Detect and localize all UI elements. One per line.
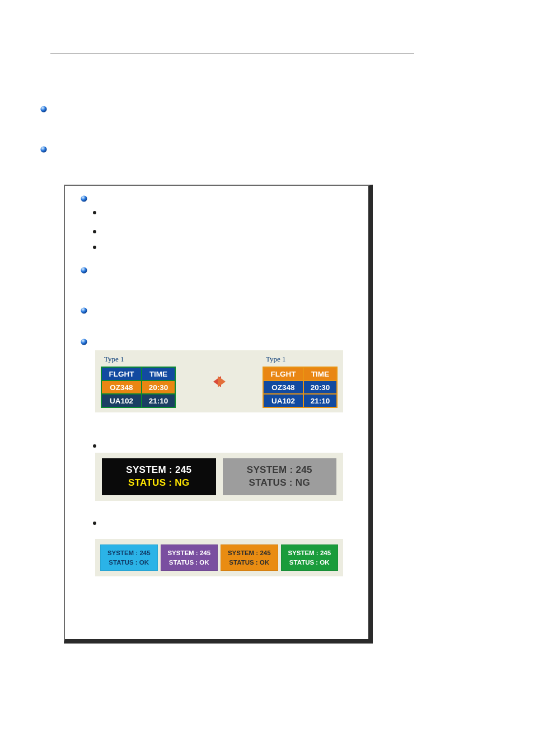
- dot-bullet-icon: [93, 522, 96, 525]
- status-badge-green: SYSTEM : 245 STATUS : OK: [281, 544, 339, 571]
- svg-point-2: [81, 195, 87, 201]
- status-line: STATUS : OK: [229, 558, 269, 567]
- system-line: SYSTEM : 245: [247, 464, 312, 477]
- flight-table-right: Type 1 FLGHT TIME OZ348 20:30 UA102 21:1…: [263, 355, 338, 408]
- sub-bullet-fig2: [93, 440, 353, 449]
- status-badge-cyan: SYSTEM : 245 STATUS : OK: [100, 544, 158, 571]
- cell-flight-1: UA102: [102, 395, 141, 407]
- system-line: SYSTEM : 245: [228, 548, 271, 558]
- cell-flight-1: UA102: [264, 395, 303, 407]
- figure-status-badges: SYSTEM : 245 STATUS : OK SYSTEM : 245 ST…: [95, 539, 343, 576]
- svg-point-4: [81, 307, 87, 313]
- cell-flight-0: OZ348: [102, 381, 141, 393]
- cell-flight-0: OZ348: [264, 381, 303, 393]
- status-line: STATUS : NG: [249, 477, 310, 490]
- divider-top: [50, 53, 414, 54]
- cell-header-flight: FLGHT: [264, 368, 303, 380]
- cell-time-0: 20:30: [304, 381, 336, 393]
- status-line: STATUS : NG: [128, 477, 189, 490]
- svg-point-3: [81, 267, 87, 273]
- cell-header-time: TIME: [304, 368, 336, 380]
- card-bullet-2: [81, 265, 353, 274]
- sub-bullet-fig3: [93, 518, 353, 527]
- card-bullet-3: [81, 306, 353, 314]
- cell-time-1: 21:10: [142, 395, 175, 407]
- swap-arrows-icon: [213, 376, 226, 387]
- figure-status-panels: SYSTEM : 245 STATUS : NG SYSTEM : 245 ST…: [95, 453, 343, 501]
- status-badge-orange: SYSTEM : 245 STATUS : OK: [221, 544, 278, 571]
- table-label-left: Type 1: [101, 355, 176, 364]
- sphere-bullet-icon: [81, 339, 87, 345]
- cell-header-time: TIME: [142, 368, 175, 380]
- dot-bullet-icon: [93, 246, 96, 249]
- status-line: STATUS : OK: [289, 558, 330, 567]
- svg-point-5: [81, 339, 87, 345]
- info-card: Type 1 FLGHT TIME OZ348 20:30 UA102 21:1…: [64, 185, 373, 644]
- arrow-right-icon: [218, 376, 226, 387]
- status-badge-purple: SYSTEM : 245 STATUS : OK: [161, 544, 218, 571]
- dot-bullet-icon: [93, 230, 96, 233]
- status-line: STATUS : OK: [169, 558, 209, 567]
- cell-header-flight: FLGHT: [102, 368, 141, 380]
- status-line: STATUS : OK: [109, 558, 149, 567]
- sphere-bullet-icon: [40, 146, 47, 153]
- sphere-bullet-icon: [81, 267, 87, 274]
- flight-table-left: Type 1 FLGHT TIME OZ348 20:30 UA102 21:1…: [101, 355, 176, 408]
- sphere-bullet-icon: [40, 106, 47, 112]
- flight-table-green: FLGHT TIME OZ348 20:30 UA102 21:10: [101, 367, 176, 408]
- cell-time-0: 20:30: [142, 381, 175, 393]
- system-line: SYSTEM : 245: [167, 548, 210, 558]
- dot-bullet-icon: [93, 444, 96, 448]
- cell-time-1: 21:10: [304, 395, 336, 407]
- sphere-bullet-icon: [81, 307, 87, 314]
- system-line: SYSTEM : 245: [107, 548, 151, 558]
- system-line: SYSTEM : 245: [288, 548, 331, 558]
- status-panel-grey: SYSTEM : 245 STATUS : NG: [223, 458, 337, 495]
- flight-table-orange: FLGHT TIME OZ348 20:30 UA102 21:10: [263, 367, 338, 408]
- outer-bullet-list: [40, 104, 484, 153]
- svg-point-0: [40, 106, 46, 112]
- table-label-right: Type 1: [263, 355, 338, 364]
- outer-bullet-1: [40, 104, 484, 113]
- page: Type 1 FLGHT TIME OZ348 20:30 UA102 21:1…: [0, 0, 534, 756]
- system-line: SYSTEM : 245: [126, 464, 191, 477]
- sub-bullet-1b: [93, 226, 353, 235]
- outer-bullet-2: [40, 144, 484, 153]
- card-bullet-4: [81, 337, 353, 346]
- sub-bullet-1a: [93, 207, 353, 216]
- dot-bullet-icon: [93, 211, 96, 214]
- sphere-bullet-icon: [81, 195, 87, 202]
- status-panel-dark: SYSTEM : 245 STATUS : NG: [102, 458, 216, 495]
- card-bullet-1: [81, 194, 353, 203]
- sub-bullet-1c: [93, 242, 353, 251]
- figure-flight-tables: Type 1 FLGHT TIME OZ348 20:30 UA102 21:1…: [95, 350, 343, 412]
- svg-point-1: [40, 146, 46, 152]
